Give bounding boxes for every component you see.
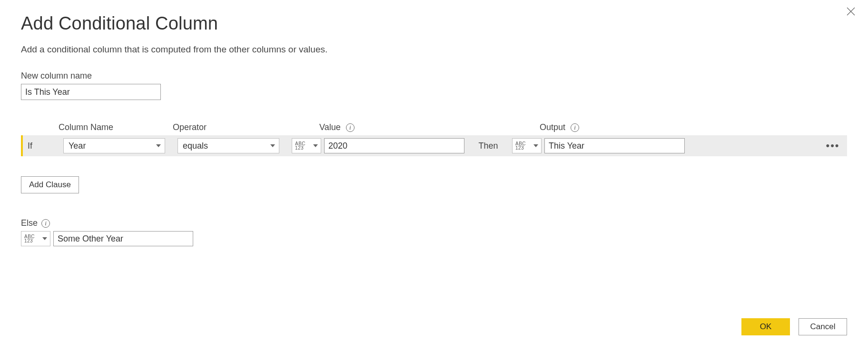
chevron-down-icon — [533, 144, 538, 147]
cancel-button[interactable]: Cancel — [799, 318, 847, 335]
header-output: Output i — [540, 122, 680, 132]
abc123-icon: ABC123 — [24, 234, 35, 243]
info-icon[interactable]: i — [346, 123, 355, 132]
operator-value: equals — [183, 141, 208, 151]
add-clause-button[interactable]: Add Clause — [21, 176, 79, 193]
then-label: Then — [474, 141, 503, 151]
else-value-input[interactable] — [53, 231, 193, 246]
new-column-name-label: New column name — [21, 71, 847, 81]
dialog-subtitle: Add a conditional column that is compute… — [21, 44, 847, 55]
value-type-dropdown[interactable]: ABC123 — [292, 138, 321, 153]
abc123-icon: ABC123 — [515, 141, 526, 150]
chevron-down-icon — [270, 144, 275, 147]
else-section: Else i ABC123 — [21, 218, 847, 246]
info-icon[interactable]: i — [571, 123, 579, 132]
more-options-button[interactable]: ••• — [819, 140, 847, 152]
header-operator: Operator — [173, 122, 275, 132]
operator-dropdown[interactable]: equals — [178, 138, 279, 153]
chevron-down-icon — [313, 144, 318, 147]
dialog-title: Add Conditional Column — [21, 13, 847, 34]
column-name-value: Year — [69, 141, 86, 151]
new-column-name-input[interactable] — [21, 84, 161, 100]
header-column-name: Column Name — [59, 122, 160, 132]
ok-button[interactable]: OK — [741, 318, 790, 335]
header-value-text: Value — [319, 122, 341, 132]
value-input[interactable] — [324, 138, 464, 153]
abc123-icon: ABC123 — [295, 141, 306, 150]
output-type-dropdown[interactable]: ABC123 — [512, 138, 542, 153]
dialog-body: Add Conditional Column Add a conditional… — [0, 0, 868, 246]
header-value: Value i — [319, 122, 460, 132]
chevron-down-icon — [42, 237, 47, 240]
output-input[interactable] — [544, 138, 685, 153]
else-label: Else — [21, 218, 38, 228]
if-label: If — [23, 141, 63, 151]
clause-headers: Column Name Operator Value i Output i — [21, 119, 847, 132]
clause-row: If Year equals ABC123 Then ABC123 ••• — [21, 135, 847, 156]
dialog-footer: OK Cancel — [741, 318, 847, 335]
info-icon[interactable]: i — [41, 219, 50, 228]
else-type-dropdown[interactable]: ABC123 — [21, 231, 50, 246]
header-output-text: Output — [540, 122, 565, 132]
column-name-dropdown[interactable]: Year — [63, 138, 165, 153]
close-button[interactable] — [845, 6, 857, 17]
chevron-down-icon — [156, 144, 161, 147]
